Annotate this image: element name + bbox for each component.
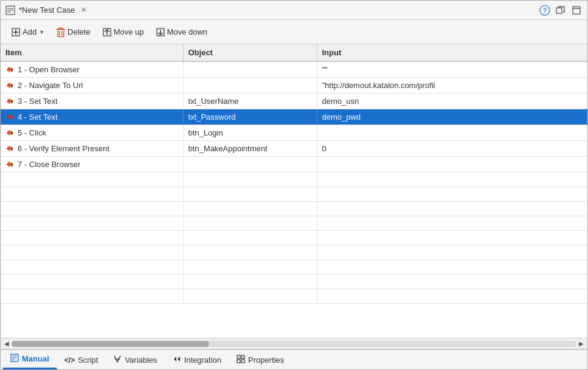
tab-script[interactable]: </> Script [57, 352, 106, 368]
tab-integration[interactable]: Integration [165, 351, 229, 369]
cell-input: demo_usn [317, 94, 587, 109]
tab-variables[interactable]: Variables [106, 351, 165, 369]
cell-input [317, 157, 587, 173]
cell-item-text: 3 - Set Text [18, 97, 58, 106]
cell-item: 4 - Set Text [1, 109, 183, 125]
table-row[interactable]: 5 - Click btn_Login [1, 125, 587, 141]
svg-rect-7 [573, 7, 580, 14]
script-tab-icon: </> [64, 355, 75, 365]
table-row[interactable]: 1 - Open Browser "" [1, 61, 587, 78]
table-row[interactable]: 2 - Navigate To Url "http://demout.katal… [1, 78, 587, 94]
cell-input: "http://demout.katalon.com/profil [317, 78, 587, 94]
empty-cell [1, 245, 183, 260]
empty-cell [317, 245, 587, 260]
error-icon [5, 145, 14, 153]
svg-rect-75 [241, 360, 244, 363]
empty-table-row[interactable] [1, 289, 587, 304]
error-icon [5, 160, 14, 169]
table-scroll[interactable]: Item Object Input 1 - Open Browser "" [1, 44, 587, 338]
variables-tab-label: Variables [125, 355, 157, 365]
add-button[interactable]: Add ▼ [7, 26, 49, 38]
empty-cell [183, 202, 317, 216]
table-row[interactable]: 4 - Set Text txt_Passworddemo_pwd [1, 109, 587, 125]
cell-object: txt_Password [183, 109, 317, 125]
table-row[interactable]: 6 - Verify Element Present btn_MakeAppoi… [1, 141, 587, 157]
empty-table-row[interactable] [1, 260, 587, 275]
manual-tab-icon [10, 354, 19, 364]
col-header-item: Item [1, 44, 183, 61]
table-row[interactable]: 7 - Close Browser [1, 157, 587, 173]
error-icon [5, 66, 14, 74]
svg-marker-70 [174, 357, 176, 361]
delete-button[interactable]: Delete [52, 26, 95, 39]
empty-cell [317, 231, 587, 245]
empty-cell [183, 260, 317, 275]
cell-object [183, 78, 317, 94]
toolbar: Add ▼ Delete Move up [1, 20, 587, 44]
svg-marker-71 [178, 357, 180, 361]
scroll-right-arrow[interactable]: ▶ [576, 339, 586, 349]
empty-cell [317, 260, 587, 275]
svg-rect-6 [556, 8, 562, 13]
col-header-input: Input [317, 44, 587, 61]
title-bar: *New Test Case ✕ ? [1, 1, 587, 20]
cell-object [183, 157, 317, 173]
empty-cell [183, 231, 317, 245]
error-icon [5, 81, 14, 90]
svg-rect-73 [241, 355, 244, 358]
cell-object: btn_MakeAppointment [183, 141, 317, 157]
empty-cell [1, 289, 183, 304]
script-tab-label: Script [78, 355, 98, 365]
table-row[interactable]: 3 - Set Text txt_UserNamedemo_usn [1, 94, 587, 109]
tab-properties[interactable]: Properties [229, 351, 292, 369]
empty-cell [317, 289, 587, 304]
test-steps-table: Item Object Input 1 - Open Browser "" [1, 44, 587, 304]
empty-table-row[interactable] [1, 173, 587, 187]
empty-cell [1, 173, 183, 187]
restore-button[interactable] [555, 4, 567, 16]
test-case-icon [5, 5, 15, 15]
variables-tab-icon [113, 355, 122, 365]
empty-table-row[interactable] [1, 245, 587, 260]
tab-manual[interactable]: Manual [3, 350, 57, 369]
window-title: *New Test Case [19, 5, 75, 15]
cell-item-text: 6 - Verify Element Present [18, 144, 109, 153]
empty-cell [317, 216, 587, 231]
svg-rect-12 [58, 29, 64, 36]
add-dropdown-arrow[interactable]: ▼ [39, 29, 44, 35]
svg-rect-74 [237, 360, 240, 363]
scroll-left-arrow[interactable]: ◀ [2, 339, 12, 349]
cell-item: 3 - Set Text [1, 94, 183, 109]
properties-tab-icon [237, 355, 245, 365]
manual-tab-label: Manual [22, 354, 49, 363]
empty-table-row[interactable] [1, 231, 587, 245]
cell-object: txt_UserName [183, 94, 317, 109]
move-down-button[interactable]: Move down [151, 26, 212, 38]
close-tab-button[interactable]: ✕ [78, 5, 88, 15]
help-button[interactable]: ? [539, 4, 551, 16]
horizontal-scrollbar[interactable]: ◀ ▶ [1, 338, 587, 349]
empty-table-row[interactable] [1, 202, 587, 216]
empty-cell [183, 289, 317, 304]
maximize-button[interactable] [570, 4, 583, 16]
move-up-button[interactable]: Move up [98, 26, 149, 38]
title-bar-left: *New Test Case ✕ [5, 5, 88, 15]
cell-item-text: 1 - Open Browser [18, 65, 80, 74]
title-bar-right: ? [539, 4, 583, 16]
properties-tab-label: Properties [248, 355, 284, 365]
empty-cell [1, 231, 183, 245]
empty-table-row[interactable] [1, 187, 587, 202]
empty-cell [1, 187, 183, 202]
empty-table-row[interactable] [1, 216, 587, 231]
table-container: Item Object Input 1 - Open Browser "" [1, 44, 587, 349]
scroll-thumb[interactable] [12, 341, 209, 347]
cell-item: 5 - Click [1, 125, 183, 141]
cell-object: btn_Login [183, 125, 317, 141]
empty-table-row[interactable] [1, 275, 587, 289]
cell-item: 6 - Verify Element Present [1, 141, 183, 157]
cell-input: demo_pwd [317, 109, 587, 125]
empty-cell [183, 173, 317, 187]
cell-item: 1 - Open Browser [1, 61, 183, 78]
scroll-track[interactable] [12, 341, 576, 347]
error-icon [5, 129, 14, 137]
